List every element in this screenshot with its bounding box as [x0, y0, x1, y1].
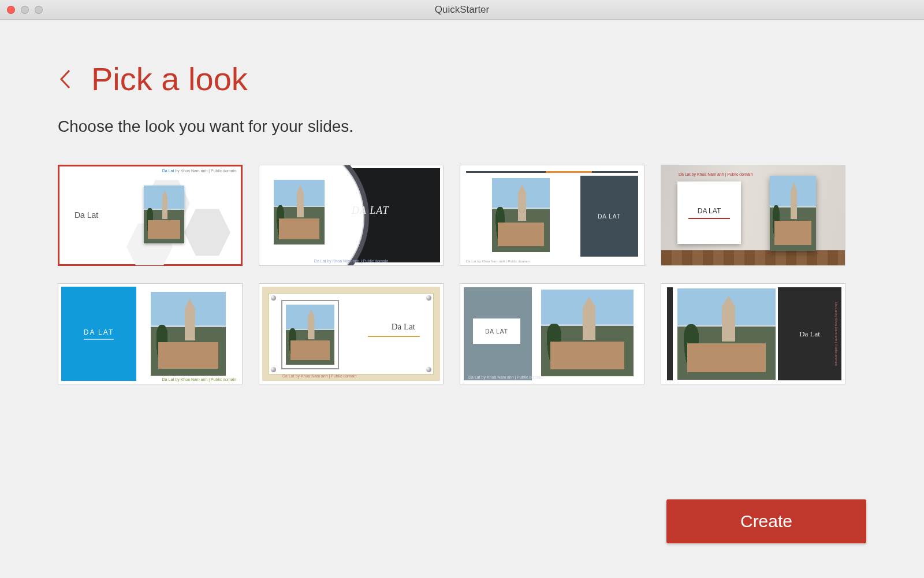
image-credit: Da Lat by Khoa Nam anh | Public domain	[162, 377, 236, 381]
page-title: Pick a look	[91, 60, 248, 98]
template-title: DA LAT	[698, 207, 721, 215]
template-image	[677, 288, 776, 380]
template-card[interactable]: Da Lat by Khoa Nam anh | Public domain D…	[58, 165, 243, 266]
underline-decoration	[688, 218, 730, 219]
pin-icon	[426, 367, 431, 372]
image-credit: Da Lat by Khoa Nam anh | Public domain	[282, 374, 356, 378]
image-credit: Da Lat by Khoa Nam anh | Public domain	[833, 292, 838, 376]
page-subtitle: Choose the look you want for your slides…	[58, 117, 866, 136]
template-grid: Da Lat by Khoa Nam anh | Public domain D…	[58, 165, 866, 384]
hexagon-decoration	[184, 206, 230, 259]
template-card[interactable]: DA LAT Da Lat by Khoa Nam anh | Public d…	[460, 165, 644, 266]
image-frame	[281, 300, 339, 369]
template-title: DA LAT	[84, 328, 114, 340]
template-title-panel: DA LAT	[580, 176, 638, 257]
template-card[interactable]: DA LAT Da Lat by Khoa Nam anh | Public d…	[58, 283, 243, 384]
template-image	[274, 180, 325, 244]
content-area: Pick a look Choose the look you want for…	[0, 20, 924, 578]
window-title: QuickStarter	[0, 4, 924, 16]
template-title: DA LAT	[485, 328, 508, 335]
template-title-panel: DA LAT	[61, 287, 136, 381]
title-bar: QuickStarter	[0, 0, 924, 20]
template-title: Da Lat	[392, 322, 415, 332]
pin-icon	[271, 367, 276, 372]
template-image	[144, 186, 184, 243]
template-title: DA LAT	[598, 213, 621, 220]
header-row: Pick a look	[58, 60, 866, 98]
template-card[interactable]: DA LAT Da Lat by Khoa Nam anh | Public d…	[259, 165, 444, 266]
template-title: Da Lat	[74, 210, 98, 220]
pin-icon	[271, 295, 276, 301]
template-card[interactable]: Da Lat Da Lat by Khoa Nam anh | Public d…	[259, 283, 444, 384]
image-credit: Da Lat by Khoa Nam anh | Public domain	[466, 260, 530, 263]
template-image	[492, 178, 550, 252]
template-card[interactable]: Da Lat Da Lat by Khoa Nam anh | Public d…	[661, 283, 845, 384]
accent-strip	[667, 287, 673, 380]
image-credit: Da Lat by Khoa Nam anh | Public domain	[679, 172, 752, 176]
template-card[interactable]: DA LAT Da Lat by Khoa Nam anh | Public d…	[460, 283, 644, 384]
back-icon[interactable]	[58, 68, 72, 90]
template-title: Da Lat	[799, 329, 820, 339]
template-image	[541, 290, 634, 376]
template-card[interactable]: Da Lat by Khoa Nam anh | Public domain D…	[661, 165, 845, 266]
template-image	[770, 176, 816, 251]
pin-icon	[426, 295, 431, 301]
underline-decoration	[368, 336, 420, 337]
title-canvas: DA LAT	[677, 181, 741, 244]
accent-bar	[466, 171, 638, 173]
image-credit: Da Lat by Khoa Nam anh | Public domain	[259, 259, 443, 263]
template-title-panel: Da Lat	[778, 287, 841, 380]
title-box: DA LAT	[473, 318, 520, 344]
image-credit: Da Lat by Khoa Nam anh | Public domain	[468, 375, 542, 379]
template-image	[286, 305, 334, 365]
image-credit: Da Lat by Khoa Nam anh | Public domain	[162, 169, 236, 173]
floor-decoration	[661, 250, 845, 265]
template-title: DA LAT	[352, 205, 389, 217]
create-button[interactable]: Create	[666, 499, 866, 543]
template-image	[151, 292, 226, 376]
